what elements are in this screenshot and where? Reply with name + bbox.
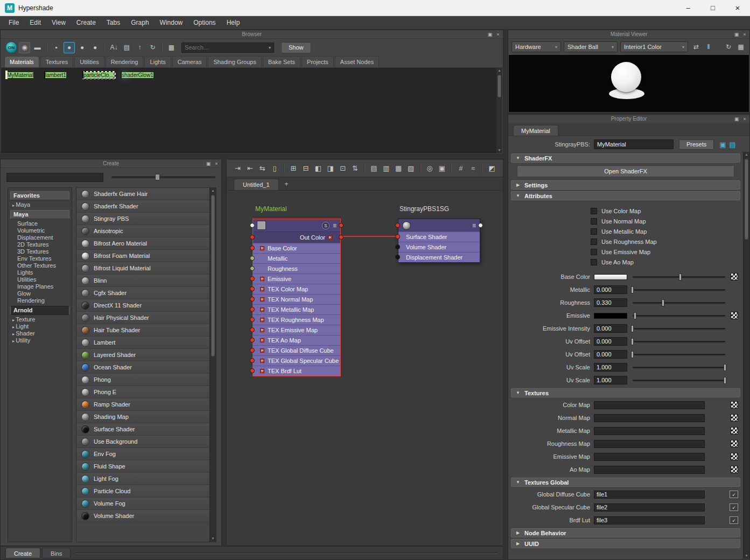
menu-item[interactable]: Options [188, 16, 221, 30]
node-attribute-row[interactable]: TEX Emissive Map [253, 325, 340, 335]
create-node-item[interactable]: Particle Cloud [76, 485, 209, 498]
geometry-dropdown[interactable]: Shader Ball ▾ [564, 41, 618, 52]
pin-property-icon[interactable]: ▣ [718, 139, 727, 149]
slider-handle[interactable] [631, 338, 634, 345]
texture-map-input[interactable] [594, 453, 705, 461]
material-swatch[interactable]: lambert1 [44, 71, 78, 79]
menu-item[interactable]: Edit [24, 16, 46, 30]
swatch-auto-update-toggle[interactable]: ON [5, 41, 17, 53]
create-node-item[interactable]: Volume Shader [76, 510, 209, 522]
section-textures[interactable]: ▼ Textures [511, 388, 740, 397]
create-category[interactable]: 3D Textures [8, 248, 72, 255]
material-thumbnail[interactable] [121, 71, 122, 79]
collapse-arrow-icon[interactable]: ▶ [515, 541, 521, 546]
node-attribute-row[interactable]: Displacement Shader [398, 252, 480, 262]
property-material-tab[interactable]: MyMaterial [513, 125, 558, 136]
out-color-left-port[interactable] [250, 235, 255, 240]
shading-group-node[interactable]: ≡ Surface Shader Volume Shader [398, 219, 480, 263]
texture-map-input[interactable] [594, 414, 705, 422]
attribute-input-port[interactable] [250, 256, 255, 261]
grid-toggle-icon[interactable]: # [455, 163, 466, 174]
texture-checker-button[interactable] [731, 427, 738, 435]
float-panel-icon[interactable]: ▣ [733, 115, 740, 123]
checkbox[interactable] [591, 208, 597, 214]
slider-handle[interactable] [631, 286, 634, 293]
out-color-port[interactable] [339, 235, 344, 240]
scroll-up-icon[interactable]: ▲ [744, 152, 749, 158]
texture-checker-button[interactable] [731, 401, 738, 409]
browser-tab[interactable]: Rendering [106, 56, 144, 67]
material-thumbnail[interactable] [44, 71, 45, 79]
material-swatch[interactable]: MyMaterial [6, 71, 39, 79]
browser-tab[interactable]: Shading Groups [208, 56, 262, 67]
texture-checker-button[interactable] [731, 466, 738, 473]
create-node-item[interactable]: Shaderfx Game Hair [76, 188, 209, 200]
pause-render-icon[interactable]: ‖ [703, 41, 714, 52]
create-node-item[interactable]: Light Fog [76, 473, 209, 485]
attribute-input-port[interactable] [250, 368, 255, 373]
node-attribute-row[interactable]: TEX Color Map [253, 284, 340, 294]
sort-alphabetical-button[interactable]: A↓ [108, 42, 120, 53]
scrollbar-thumb[interactable] [745, 159, 748, 240]
close-panel-icon[interactable]: × [494, 31, 502, 38]
add-graph-tab-button[interactable]: + [280, 179, 293, 190]
node-attribute-row[interactable]: Metallic [253, 253, 340, 263]
create-category[interactable]: 2D Textures [8, 241, 72, 248]
out-color-row[interactable]: Out Color [253, 232, 340, 243]
create-node-item[interactable]: Lambert [76, 337, 209, 349]
swap-view-icon[interactable]: ⇄ [691, 41, 702, 52]
minimize-button[interactable]: – [676, 0, 700, 16]
viewer-options-icon[interactable]: ▦ [735, 41, 746, 52]
title-bar[interactable]: M Hypershade – □ × [0, 0, 750, 16]
node-graph-canvas[interactable]: MyMaterial StingrayPBS1SG S ≡ Out Color [227, 191, 502, 545]
create-category[interactable]: Arnold [10, 306, 69, 315]
create-list-scrollbar[interactable]: ▲ ▼ [209, 188, 216, 542]
graph-output-connections-icon[interactable]: ⇤ [244, 163, 256, 174]
material-swatch[interactable]: shaderGlow1 [121, 71, 154, 79]
swatch-size-slider[interactable] [111, 176, 215, 178]
texture-checker-button[interactable] [731, 453, 738, 460]
graph-tab[interactable]: Untitled_1 [234, 179, 279, 190]
node-menu-icon[interactable]: ≡ [333, 222, 337, 229]
create-node-item[interactable]: Surface Shader [76, 423, 209, 436]
create-category[interactable]: Utilities [8, 276, 72, 283]
viewer-panel-header[interactable]: Material Viewer ▣ × [508, 30, 749, 39]
graph-both-icon[interactable]: ⊡ [337, 163, 348, 174]
section-settings[interactable]: ▶ Settings [511, 180, 740, 190]
slider-handle[interactable] [662, 299, 664, 306]
expand-arrow-icon[interactable]: ▼ [515, 480, 521, 485]
menu-item[interactable]: Graph [125, 16, 154, 30]
create-node-item[interactable]: Hair Tube Shader [76, 324, 209, 337]
value-field[interactable]: 0.000 [594, 350, 627, 359]
close-panel-icon[interactable]: × [213, 160, 220, 167]
browser-panel-header[interactable]: Browser ▣ × [1, 30, 503, 39]
create-node-item[interactable]: Bifrost Aero Material [76, 237, 209, 250]
create-category[interactable]: Surface [8, 220, 72, 227]
attribute-slider[interactable] [633, 302, 725, 304]
section-uuid[interactable]: ▶ UUID [511, 539, 740, 548]
node-attribute-row[interactable]: Volume Shader [398, 242, 480, 252]
panel-bottom-tab[interactable]: Create [5, 548, 40, 558]
refresh-render-icon[interactable]: ↻ [723, 41, 734, 52]
material-thumbnail[interactable] [6, 71, 7, 79]
scroll-up-icon[interactable]: ▲ [210, 188, 216, 194]
texture-checker-button[interactable] [731, 440, 738, 447]
menu-item[interactable]: Window [155, 16, 188, 30]
menu-item[interactable]: Tabs [101, 16, 125, 30]
create-category[interactable]: Favorites [10, 191, 69, 200]
property-scrollbar[interactable]: ▲ ▼ [743, 152, 749, 559]
slider-handle[interactable] [631, 351, 634, 358]
expand-arrow-icon[interactable]: ▼ [515, 193, 521, 198]
align-top-icon[interactable]: ▤ [368, 163, 380, 174]
rearrange-graph-icon[interactable]: ⇅ [349, 163, 361, 174]
create-category[interactable]: Maya [10, 210, 69, 219]
create-category[interactable]: Rendering [8, 297, 72, 304]
browse-file-icon[interactable]: ↙ [730, 491, 738, 498]
checkbox[interactable] [591, 249, 597, 255]
checkbox[interactable] [591, 259, 597, 265]
node-attribute-row[interactable]: TEX Metallic Map [253, 304, 340, 314]
slider-handle[interactable] [631, 325, 634, 332]
attribute-slider[interactable] [633, 380, 725, 381]
section-textures-global[interactable]: ▼ Textures Global [511, 478, 740, 487]
attribute-input-port[interactable] [250, 266, 255, 271]
